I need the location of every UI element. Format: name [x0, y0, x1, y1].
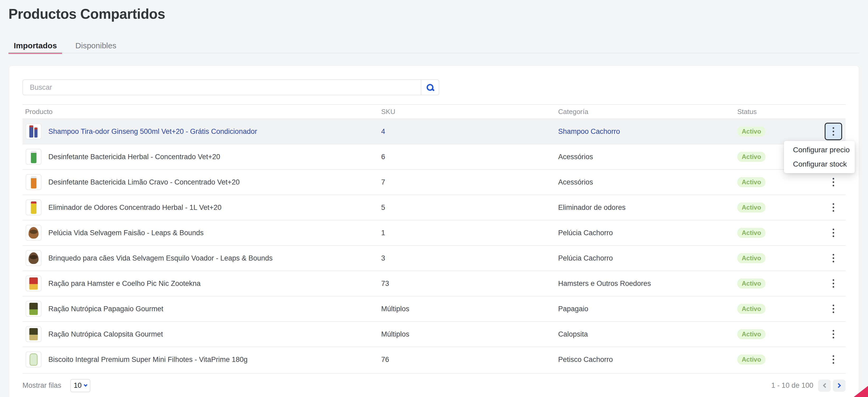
product-sku: 3: [381, 254, 558, 262]
status-badge: Activo: [737, 177, 766, 187]
table-row: Brinquedo para cães Vida Selvagem Esquil…: [23, 245, 845, 271]
row-actions-button[interactable]: [825, 351, 842, 368]
product-name-link[interactable]: Desinfetante Bactericida Herbal - Concen…: [48, 153, 220, 161]
product-category: Calopsita: [558, 330, 737, 338]
product-sku: Múltiplos: [381, 305, 558, 313]
kebab-icon: [833, 203, 834, 212]
table-row: Ração Nutrópica Papagaio Gourmet Múltipl…: [23, 296, 845, 321]
row-actions-button[interactable]: [825, 275, 842, 292]
kebab-icon: [833, 254, 834, 262]
tab-importados[interactable]: Importados: [8, 38, 62, 53]
product-name-link[interactable]: Shampoo Tira-odor Ginseng 500ml Vet+20 -…: [48, 128, 257, 136]
product-thumbnail: [26, 326, 41, 342]
product-sku: Múltiplos: [381, 330, 558, 338]
product-name-link[interactable]: Brinquedo para cães Vida Selvagem Esquil…: [48, 254, 273, 262]
kebab-icon: [833, 305, 834, 313]
chevron-left-icon: [823, 383, 828, 388]
product-name-link[interactable]: Ração Nutrópica Calopsita Gourmet: [48, 330, 163, 338]
product-name-link[interactable]: Pelúcia Vida Selvagem Faisão - Leaps & B…: [48, 229, 204, 237]
tabs: Importados Disponibles: [8, 38, 122, 53]
row-actions-button[interactable]: [825, 224, 842, 241]
corner-accent[interactable]: [854, 386, 868, 397]
column-header-categoria: Categoría: [558, 108, 737, 116]
product-image: [31, 201, 36, 214]
table-row: Desinfetante Bactericida Limão Cravo - C…: [23, 169, 845, 195]
product-thumbnail: [26, 250, 41, 266]
product-name-link[interactable]: Ração Nutrópica Papagaio Gourmet: [48, 305, 163, 313]
status-badge: Activo: [737, 304, 766, 314]
menu-item-configurar-stock[interactable]: Configurar stock: [784, 157, 855, 171]
pagination-range: 1 - 10 de 100: [771, 382, 813, 390]
table-footer: Mostrar filas 10 1 - 10 de 100: [23, 373, 845, 397]
table-row: Biscoito Integral Premium Super Mini Fil…: [23, 346, 845, 372]
search-bar: [23, 79, 439, 95]
rows-per-page-select[interactable]: 10: [70, 379, 90, 392]
product-category: Papagaio: [558, 305, 737, 313]
product-category: Acessórios: [558, 178, 737, 186]
product-sku: 6: [381, 153, 558, 161]
pagination-prev-button[interactable]: [818, 379, 831, 392]
chevron-right-icon: [836, 383, 841, 388]
products-card: Producto SKU Categoría Status Shampoo Ti…: [9, 65, 859, 397]
row-actions-button[interactable]: [825, 199, 842, 216]
row-actions-button[interactable]: [825, 173, 842, 191]
row-actions-button[interactable]: [825, 123, 842, 140]
pagination-next-button[interactable]: [833, 379, 845, 392]
product-name-link[interactable]: Biscoito Integral Premium Super Mini Fil…: [48, 356, 248, 364]
table-row: Desinfetante Bactericida Herbal - Concen…: [23, 144, 845, 169]
table-row: Shampoo Tira-odor Ginseng 500ml Vet+20 -…: [23, 119, 845, 144]
product-category: Pelúcia Cachorro: [558, 229, 737, 237]
table-row: Eliminador de Odores Concentrado Herbal …: [23, 195, 845, 220]
menu-item-configurar-precio[interactable]: Configurar precio: [784, 143, 855, 157]
product-sku: 73: [381, 279, 558, 288]
kebab-icon: [833, 330, 834, 338]
product-name-link[interactable]: Eliminador de Odores Concentrado Herbal …: [48, 203, 222, 212]
product-category: Petisco Cachorro: [558, 356, 737, 364]
search-input[interactable]: [23, 79, 421, 95]
product-image: [29, 303, 38, 315]
product-category: Hamsters e Outros Roedores: [558, 279, 737, 288]
status-badge: Activo: [737, 126, 766, 136]
status-badge: Activo: [737, 329, 766, 339]
page-title: Productos Compartidos: [8, 6, 165, 22]
product-sku: 1: [381, 229, 558, 237]
status-badge: Activo: [737, 278, 766, 289]
row-actions-button[interactable]: [825, 250, 842, 267]
product-thumbnail: [26, 301, 41, 317]
column-header-status: Status: [737, 108, 820, 116]
product-name-link[interactable]: Desinfetante Bactericida Limão Cravo - C…: [48, 178, 240, 186]
status-badge: Activo: [737, 202, 766, 212]
kebab-icon: [833, 229, 834, 237]
product-category: Eliminador de odores: [558, 203, 737, 212]
product-thumbnail: [26, 174, 41, 190]
status-badge: Activo: [737, 152, 766, 162]
product-image: [29, 328, 38, 340]
column-header-sku: SKU: [381, 108, 558, 116]
product-sku: 7: [381, 178, 558, 186]
row-actions-button[interactable]: [825, 326, 842, 343]
table-row: Ração Nutrópica Calopsita Gourmet Múltip…: [23, 321, 845, 346]
product-thumbnail: [26, 149, 41, 165]
product-category: Pelúcia Cachorro: [558, 254, 737, 262]
row-actions-menu: Configurar precio Configurar stock: [784, 141, 855, 173]
search-button[interactable]: [421, 79, 439, 95]
page: Productos Compartidos Importados Disponi…: [0, 0, 868, 397]
product-category: Shampoo Cachorro: [558, 128, 737, 136]
product-thumbnail: [26, 275, 41, 291]
search-icon: [427, 84, 433, 91]
products-table: Producto SKU Categoría Status Shampoo Ti…: [23, 104, 845, 372]
product-image: [29, 125, 38, 137]
rows-per-page-value: 10: [74, 382, 82, 390]
kebab-icon: [833, 279, 834, 288]
product-name-link[interactable]: Ração para Hamster e Coelho Pic Nic Zoot…: [48, 279, 200, 288]
product-image: [30, 354, 37, 366]
product-image: [29, 252, 38, 264]
table-header: Producto SKU Categoría Status: [23, 104, 845, 119]
product-image: [31, 151, 36, 163]
tab-disponibles[interactable]: Disponibles: [70, 38, 122, 53]
product-sku: 5: [381, 203, 558, 212]
table-row: Pelúcia Vida Selvagem Faisão - Leaps & B…: [23, 220, 845, 245]
column-header-producto: Producto: [23, 108, 381, 116]
row-actions-button[interactable]: [825, 300, 842, 318]
pagination: 1 - 10 de 100: [771, 379, 845, 392]
